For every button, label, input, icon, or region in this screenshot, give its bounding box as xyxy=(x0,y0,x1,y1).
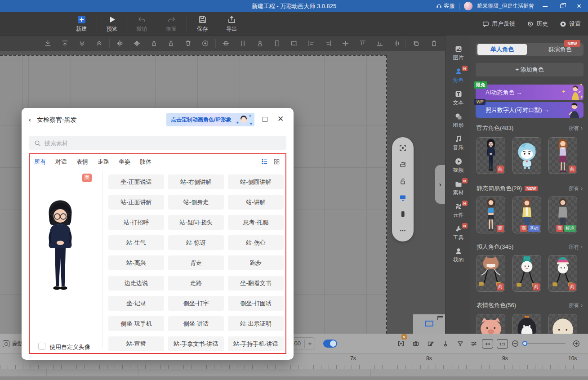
pose-button[interactable]: 站-宣誓 xyxy=(108,336,164,351)
pose-button[interactable]: 站-疑问-挠头 xyxy=(168,215,224,230)
strip-item-music[interactable]: 音乐 xyxy=(445,135,472,152)
restore-button[interactable] xyxy=(556,0,568,12)
feedback-button[interactable]: 用户反馈 xyxy=(482,20,515,28)
align-left-icon[interactable] xyxy=(307,40,315,47)
preview-toggle[interactable] xyxy=(323,340,337,348)
timeline-zoom-slider[interactable] xyxy=(523,343,566,344)
minimize-button[interactable] xyxy=(539,0,551,12)
pose-button[interactable]: 站-生气 xyxy=(108,235,164,250)
strip-item-tool[interactable]: 工具 N xyxy=(445,225,472,241)
group-icon[interactable] xyxy=(201,40,209,47)
edit-icon[interactable] xyxy=(427,340,434,347)
align-center-horizontal-icon[interactable] xyxy=(222,40,230,47)
clip-icon[interactable] xyxy=(442,340,449,347)
align-bottom-icon[interactable] xyxy=(376,40,383,47)
align-top-icon[interactable] xyxy=(359,40,366,47)
grid-view-icon[interactable] xyxy=(273,158,280,165)
new-button[interactable]: 新建 xyxy=(71,14,91,34)
unlock-icon[interactable] xyxy=(167,40,175,47)
back-button[interactable]: ‹ xyxy=(29,116,31,123)
tab-expression[interactable]: 表情 xyxy=(76,158,88,166)
camera-icon[interactable] xyxy=(412,340,419,347)
send-to-bottom-icon[interactable] xyxy=(44,40,52,47)
add-character-button[interactable]: + 添加角色 xyxy=(476,63,584,76)
pose-button[interactable]: 站-讲解 xyxy=(228,195,284,210)
flip-horizontal-icon[interactable] xyxy=(116,40,124,47)
character-card-blue-mascot[interactable] xyxy=(512,137,541,174)
pose-button[interactable]: 站-手持手机-讲话 xyxy=(228,336,284,351)
pose-button[interactable]: 站-正面讲解 xyxy=(108,195,164,210)
character-card-sweater-man[interactable]: 商 标准 xyxy=(548,197,577,233)
dialog-maximize-button[interactable] xyxy=(263,117,267,122)
character-card-pig-face[interactable] xyxy=(477,314,505,334)
preview-button[interactable]: 预览 xyxy=(102,14,122,34)
character-card-sporty-woman[interactable]: 商 xyxy=(477,197,505,233)
distribute-horizontal-icon[interactable] xyxy=(393,40,401,47)
strip-item-shape[interactable]: 图形 xyxy=(445,112,472,129)
mask-button[interactable]: 蒙版 xyxy=(3,340,24,348)
character-card-penguin[interactable] xyxy=(512,314,541,334)
flip-vertical-icon[interactable] xyxy=(133,40,141,47)
pose-button[interactable]: 侧坐-讲话 xyxy=(168,316,224,331)
character-card-cardigan-woman[interactable]: 商 基础 xyxy=(512,197,541,233)
insert-frame-icon[interactable] xyxy=(397,340,405,347)
align-center-vertical-icon[interactable] xyxy=(239,40,247,47)
actual-size-button[interactable]: 1:1 xyxy=(497,339,508,349)
pose-button[interactable]: 站-出示证明 xyxy=(228,316,284,331)
pose-button[interactable]: 边走边说 xyxy=(108,276,164,291)
custom-avatar-checkbox[interactable] xyxy=(38,343,45,350)
select-vertical-icon[interactable] xyxy=(273,40,281,47)
pose-button[interactable]: 侧坐-玩手机 xyxy=(108,316,164,331)
minimap-viewport[interactable] xyxy=(425,321,433,326)
dialog-close-button[interactable]: ✕ xyxy=(277,114,284,124)
character-card-tophat-snowman[interactable]: 商 xyxy=(512,255,541,292)
zoom-increase-button[interactable]: + xyxy=(308,340,312,347)
undo-button[interactable]: 撤销 xyxy=(132,14,151,34)
delete-icon[interactable] xyxy=(184,40,192,47)
search-bar[interactable] xyxy=(29,136,286,150)
search-input[interactable] xyxy=(45,140,260,147)
pose-button[interactable]: 坐-记录 xyxy=(108,296,164,311)
redo-button[interactable]: 恢复 xyxy=(161,14,181,34)
strip-item-widget[interactable]: 元件 N xyxy=(445,202,472,219)
move-down-icon[interactable] xyxy=(78,40,86,47)
pose-button[interactable]: 走路 xyxy=(168,276,224,291)
pose-button[interactable]: 侧坐-打字 xyxy=(168,296,224,311)
align-right-icon[interactable] xyxy=(325,40,332,47)
pose-button[interactable]: 背走 xyxy=(168,255,224,270)
bring-to-top-icon[interactable] xyxy=(61,40,69,47)
minimap-window-icon[interactable] xyxy=(437,316,443,320)
user-avatar[interactable] xyxy=(464,2,472,10)
landscape-view-icon[interactable] xyxy=(399,193,407,201)
pose-button[interactable]: 思考-托腮 xyxy=(228,215,284,230)
move-up-icon[interactable] xyxy=(95,40,103,47)
pose-button[interactable]: 站-打招呼 xyxy=(108,215,164,230)
tab-single-character[interactable]: 单人角色 xyxy=(477,44,527,55)
photo-digital-human-banner[interactable]: VIP 照片数字人(可对口型) → xyxy=(476,102,584,118)
pose-button[interactable]: 站-右侧讲解 xyxy=(168,174,224,189)
unlock-icon[interactable] xyxy=(399,177,407,185)
strip-item-video[interactable]: 视频 xyxy=(445,157,472,174)
see-all-link[interactable]: 所有 › xyxy=(569,185,583,192)
panel-collapse-handle[interactable]: › xyxy=(435,165,445,204)
copy-icon[interactable] xyxy=(412,40,420,47)
align-subject-icon[interactable] xyxy=(256,40,264,47)
lock-icon[interactable] xyxy=(150,40,158,47)
character-card-female-prosecutor[interactable]: 商 xyxy=(477,137,505,174)
ai-character-banner[interactable]: 限免 AI动态角色 → ✦ ✦ ✦ xyxy=(476,85,584,100)
see-all-link[interactable]: 所有 › xyxy=(569,302,583,309)
pose-button[interactable]: 跑步 xyxy=(228,255,284,270)
strip-item-mine[interactable]: 我的 xyxy=(445,247,472,264)
pose-button[interactable]: 侧坐-打固话 xyxy=(228,296,284,311)
tab-walk[interactable]: 走路 xyxy=(98,158,109,166)
tab-dialogue[interactable]: 对话 xyxy=(55,158,67,166)
support-button[interactable]: 客服 xyxy=(436,2,454,10)
strip-item-text[interactable]: 文本 xyxy=(445,90,472,107)
pose-button[interactable]: 站-侧面讲解 xyxy=(228,174,284,189)
zoom-in-icon[interactable] xyxy=(573,340,580,347)
save-button[interactable]: 保存 xyxy=(192,14,212,34)
see-all-link[interactable]: 所有 › xyxy=(569,243,583,251)
list-view-icon[interactable] xyxy=(261,158,268,165)
pose-button[interactable]: 坐-正面说话 xyxy=(108,174,164,189)
paste-icon[interactable] xyxy=(430,40,438,47)
